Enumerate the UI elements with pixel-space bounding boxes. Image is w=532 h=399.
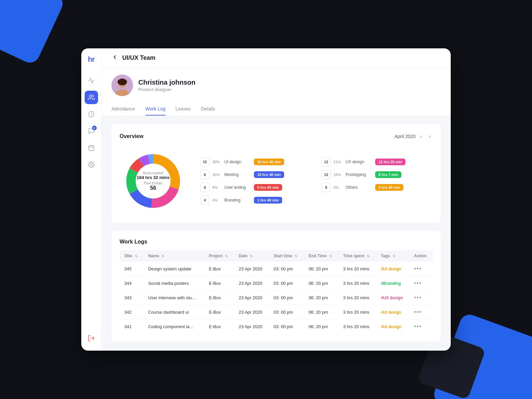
- cell-action[interactable]: •••: [409, 305, 433, 319]
- sidebar-icon-chart[interactable]: [85, 74, 98, 87]
- svg-point-11: [118, 79, 127, 85]
- worklogs-table: SNo ⇅ Name ⇅ Project ⇅ Date ⇅ Start time…: [120, 250, 433, 334]
- cell-tag: #UI design: [376, 262, 409, 276]
- cell-action[interactable]: •••: [409, 319, 433, 334]
- cell-start: 03: 00 pm: [269, 319, 304, 334]
- cell-sno: 345: [120, 262, 143, 276]
- tab-leaves[interactable]: Leaves: [176, 103, 191, 116]
- cell-end: 06: 20 pm: [304, 291, 339, 305]
- col-action: Action: [409, 250, 433, 262]
- col-start: Start time ⇅: [269, 250, 304, 262]
- stat-num: 12: [321, 157, 331, 167]
- stat-pct: 6%: [334, 185, 343, 189]
- cell-tag: #Branding: [376, 276, 409, 291]
- col-project: Project ⇅: [204, 250, 234, 262]
- worklogs-table-wrap: SNo ⇅ Name ⇅ Project ⇅ Date ⇅ Start time…: [120, 250, 433, 334]
- cell-end: 06: 20 pm: [304, 262, 339, 276]
- tab-worklog[interactable]: Work Log: [145, 103, 166, 116]
- cell-start: 03: 00 pm: [269, 291, 304, 305]
- stat-row: 4 4% Branding 1 hrs 40 min: [200, 195, 311, 205]
- cell-action[interactable]: •••: [409, 276, 433, 291]
- cell-spent: 3 hrs 20 mins: [339, 276, 376, 291]
- sidebar-icon-clock[interactable]: [85, 107, 98, 121]
- stat-pct: 8%: [212, 185, 222, 189]
- stat-name: Meeting: [224, 172, 251, 177]
- stat-row: 6 16% Meeting 10 hrs 40 min: [200, 170, 311, 179]
- cell-name: Design system update: [143, 262, 204, 276]
- stat-name: Branding: [224, 198, 251, 203]
- app-container: hr 2 UI/UX Team: [81, 48, 451, 351]
- hours-tracked-value: 164 hrs 32 mins: [137, 175, 170, 180]
- cell-spent: 3 hrs 20 mins: [339, 305, 376, 319]
- col-spent: Time spent ⇅: [339, 250, 376, 262]
- cell-spent: 3 hrs 20 mins: [339, 291, 376, 305]
- cell-name: User interview with stu…: [143, 291, 204, 305]
- stat-num: 15: [200, 157, 210, 167]
- cell-action[interactable]: •••: [409, 291, 433, 305]
- brand-logo: hr: [88, 55, 95, 64]
- cell-tag: #UI design: [376, 319, 409, 334]
- hours-tracked-label: Hours tracked: [137, 171, 170, 175]
- cell-tag: #UX design: [376, 291, 409, 305]
- stat-num: 8: [321, 183, 331, 192]
- cell-sno: 341: [120, 319, 143, 334]
- stat-row: 12 16% Prototyping 8 hrs 7 min: [321, 170, 433, 179]
- cell-name: Coding component la…: [143, 319, 204, 334]
- profile-details: Christina johnson Product designer: [138, 79, 195, 92]
- stat-pct: 4%: [212, 198, 222, 202]
- prev-month-button[interactable]: ‹: [418, 132, 424, 141]
- worklogs-title: Work Logs: [120, 239, 433, 245]
- cell-end: 06: 20 pm: [304, 305, 339, 319]
- worklogs-card: Work Logs SNo ⇅ Name ⇅ Project ⇅ Date ⇅ …: [112, 231, 441, 342]
- stat-badge: 3 hrs 40 min: [375, 184, 403, 191]
- avatar: [112, 75, 133, 96]
- overview-header: Overview April 2020 ‹ ›: [120, 132, 433, 141]
- sidebar-icon-team[interactable]: [85, 91, 98, 104]
- cell-sno: 342: [120, 305, 143, 319]
- cell-project: E-Box: [204, 319, 234, 334]
- sidebar-icon-chat[interactable]: 2: [85, 124, 98, 138]
- stat-name: UI design: [224, 160, 251, 164]
- cell-sno: 344: [120, 276, 143, 291]
- col-tags: Tags ⇅: [376, 250, 409, 262]
- stat-num: 4: [200, 195, 210, 205]
- stat-row: 8 6% Others 3 hrs 40 min: [321, 183, 433, 192]
- cell-start: 03: 00 pm: [269, 276, 304, 291]
- sidebar-icon-calendar[interactable]: [85, 141, 98, 154]
- profile-info: Christina johnson Product designer: [112, 75, 441, 96]
- stat-badge: 16 hrs 40 min: [254, 159, 284, 165]
- cell-name: Course dashboard ui: [143, 305, 204, 319]
- cell-spent: 3 hrs 20 mins: [339, 319, 376, 334]
- stat-pct: 16%: [212, 173, 222, 177]
- profile-tabs: Attendance Work Log Leaves Details: [112, 103, 441, 116]
- donut-chart: Hours tracked 164 hrs 32 mins Time Entri…: [120, 147, 187, 215]
- logout-button[interactable]: [88, 335, 95, 344]
- stat-row: 12 21% UX design 12 hrs 25 min: [321, 157, 433, 167]
- stat-row: 8 8% User testing 5 hrs 40 min: [200, 183, 311, 192]
- tab-details[interactable]: Details: [201, 103, 215, 116]
- cell-project: E-Box: [204, 262, 234, 276]
- cell-start: 03: 00 pm: [269, 305, 304, 319]
- content-area: Overview April 2020 ‹ ›: [101, 116, 451, 350]
- stat-name: UX design: [346, 160, 372, 164]
- svg-rect-2: [89, 145, 94, 150]
- stats-grid: 15 30% UI design 16 hrs 40 min 12 21% UX…: [200, 157, 433, 205]
- page-title: UI/UX Team: [122, 54, 156, 61]
- time-entries-value: 56: [137, 185, 170, 191]
- table-row: 345 Design system update E-Box 23 Apr 20…: [120, 262, 433, 276]
- stat-badge: 1 hrs 40 min: [254, 197, 282, 204]
- cell-date: 23 Apr 2020: [234, 319, 269, 334]
- time-entries-label: Time Entries: [137, 181, 170, 185]
- stat-name: User testing: [224, 185, 251, 190]
- cell-tag: #UI design: [376, 305, 409, 319]
- next-month-button[interactable]: ›: [427, 132, 433, 141]
- back-button[interactable]: [112, 54, 118, 62]
- cell-name: Social media posters: [143, 276, 204, 291]
- tab-attendance[interactable]: Attendance: [112, 103, 135, 116]
- cell-spent: 3 hrs 20 mins: [339, 262, 376, 276]
- main-content: UI/UX Team Christina johnson Product des…: [101, 48, 451, 351]
- cell-action[interactable]: •••: [409, 262, 433, 276]
- sidebar-icon-settings[interactable]: [85, 158, 98, 171]
- stat-num: 6: [200, 170, 210, 179]
- stat-name: Others: [346, 185, 372, 190]
